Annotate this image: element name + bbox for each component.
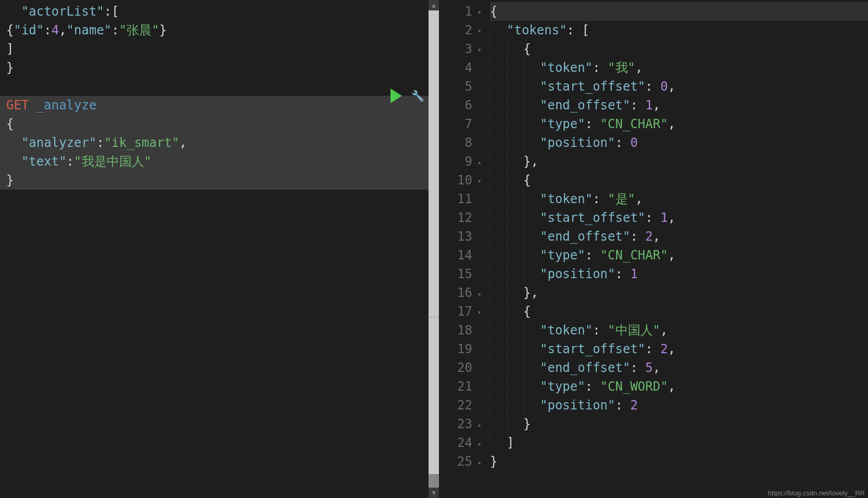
fold-icon[interactable]: ▴ [474,153,482,171]
response-line[interactable]: { [490,2,868,21]
request-line[interactable]: "actorList":[ [6,2,429,21]
response-line[interactable]: } [490,415,868,433]
line-number: 2▾ [439,21,482,40]
line-number: 9▴ [439,152,482,171]
line-number-gutter: 1▾2▾3▾4 5 6 7 8 9▴10▾11 12 13 14 15 16▴1… [439,0,486,498]
line-number: 3▾ [439,40,482,58]
fold-icon[interactable] [474,96,482,115]
request-line[interactable] [6,77,429,96]
scroll-down-icon[interactable]: ▼ [429,488,439,498]
line-number: 1▾ [439,2,482,21]
response-line[interactable]: "position": 1 [490,265,868,283]
response-line[interactable]: "end_offset": 1, [490,96,868,115]
line-number: 17▾ [439,302,482,321]
fold-icon[interactable] [474,190,482,209]
fold-icon[interactable] [474,340,482,359]
response-line[interactable]: "end_offset": 2, [490,227,868,246]
fold-icon[interactable]: ▴ [474,415,482,434]
scroll-up-icon[interactable]: ▲ [429,0,439,10]
response-line[interactable]: ] [490,433,868,452]
line-number: 12 [439,208,482,227]
fold-icon[interactable] [474,134,482,153]
line-number: 5 [439,77,482,96]
fold-icon[interactable] [474,396,482,415]
watermark-text: https://blog.csdn.net/lovely__RR [768,489,865,497]
line-number: 23▴ [439,415,482,433]
scrollbar-track[interactable] [429,10,439,488]
fold-icon[interactable]: ▾ [474,21,482,40]
line-number: 14 [439,246,482,265]
fold-icon[interactable]: ▴ [474,434,482,453]
wrench-icon[interactable]: 🔧 [411,90,424,102]
fold-icon[interactable]: ▴ [474,284,482,303]
response-line[interactable]: { [490,171,868,190]
line-number: 20 [439,358,482,377]
response-line[interactable]: { [490,40,868,58]
fold-icon[interactable] [474,378,482,396]
scrollbar-thumb[interactable] [429,474,439,488]
line-number: 15 [439,265,482,283]
response-line[interactable]: "position": 0 [490,133,868,152]
response-panel: 1▾2▾3▾4 5 6 7 8 9▴10▾11 12 13 14 15 16▴1… [439,0,868,498]
fold-icon[interactable]: ▴ [474,453,482,471]
line-number: 24▴ [439,433,482,452]
run-query-button[interactable] [391,89,402,103]
fold-icon[interactable] [474,228,482,246]
line-number: 21 [439,377,482,396]
fold-icon[interactable]: ▾ [474,303,482,321]
line-number: 6 [439,96,482,115]
fold-icon[interactable]: ▾ [474,171,482,190]
response-line[interactable]: "token": "中国人", [490,321,868,340]
request-line[interactable]: "text":"我是中国人" [0,152,429,171]
line-number: 7 [439,115,482,133]
line-number: 8 [439,133,482,152]
response-line[interactable]: "type": "CN_CHAR", [490,246,868,265]
response-line[interactable]: "token": "是", [490,190,868,208]
line-number: 16▴ [439,283,482,302]
request-line[interactable]: { [0,115,429,133]
request-editor-panel[interactable]: "actorList":[{"id":4,"name":"张晨"}]} GET … [0,0,439,498]
response-line[interactable]: "position": 2 [490,396,868,415]
response-line[interactable]: "start_offset": 1, [490,208,868,227]
response-line[interactable]: }, [490,283,868,302]
response-line[interactable]: "type": "CN_WORD", [490,377,868,396]
fold-icon[interactable] [474,265,482,284]
line-number: 25▴ [439,452,482,471]
response-line[interactable]: } [490,452,868,471]
fold-icon[interactable] [474,359,482,378]
request-line[interactable]: "analyzer":"ik_smart", [0,133,429,152]
fold-icon[interactable] [474,321,482,340]
response-line[interactable]: "end_offset": 5, [490,358,868,377]
request-line[interactable]: GET _analyze [0,96,429,115]
response-line[interactable]: "start_offset": 2, [490,340,868,358]
line-number: 13 [439,227,482,246]
fold-icon[interactable] [474,59,482,78]
request-line[interactable]: } [0,171,429,190]
line-number: 4 [439,58,482,77]
request-action-buttons: 🔧 [391,89,424,103]
response-line[interactable]: { [490,302,868,321]
response-line[interactable]: }, [490,152,868,171]
request-line[interactable]: {"id":4,"name":"张晨"} [6,21,429,40]
response-code[interactable]: {"tokens": [{"token": "我","start_offset"… [486,0,868,498]
fold-icon[interactable] [474,246,482,265]
line-number: 10▾ [439,171,482,190]
line-number: 11 [439,190,482,208]
fold-icon[interactable] [474,209,482,228]
fold-icon[interactable]: ▾ [474,3,482,21]
response-line[interactable]: "start_offset": 0, [490,77,868,96]
response-line[interactable]: "type": "CN_CHAR", [490,115,868,133]
fold-icon[interactable] [474,78,482,96]
line-number: 19 [439,340,482,358]
line-number: 18 [439,321,482,340]
request-line[interactable]: } [6,58,429,77]
fold-icon[interactable] [474,115,482,134]
left-scrollbar[interactable]: ▲ ▼ [429,0,439,498]
fold-icon[interactable]: ▾ [474,40,482,59]
line-number: 22 [439,396,482,415]
request-editor-code[interactable]: "actorList":[{"id":4,"name":"张晨"}]} GET … [0,0,429,498]
request-line[interactable]: ] [6,40,429,58]
response-line[interactable]: "tokens": [ [490,21,868,40]
response-line[interactable]: "token": "我", [490,58,868,77]
